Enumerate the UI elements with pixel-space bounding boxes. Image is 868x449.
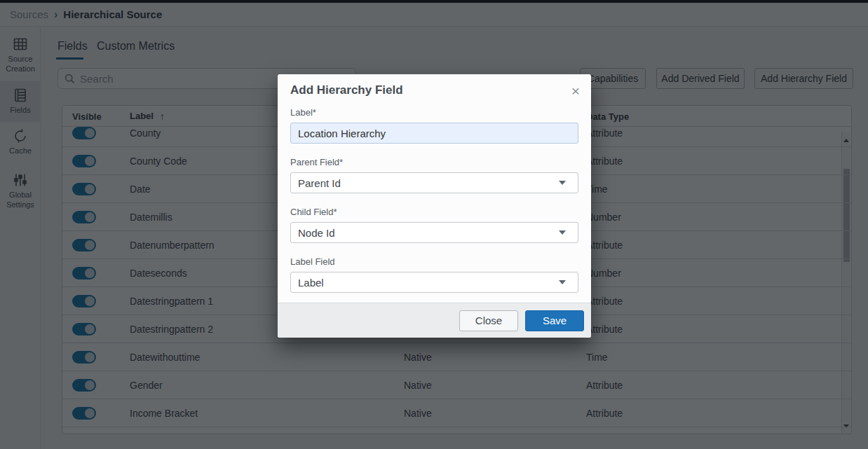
child-field-label: Child Field* (290, 207, 578, 217)
chevron-down-icon (559, 230, 566, 235)
modal-title: Add Hierarchy Field (290, 83, 403, 97)
close-icon[interactable]: × (571, 83, 580, 98)
label-field-group: Label* (290, 107, 578, 144)
child-field-select[interactable]: Node Id (290, 222, 578, 243)
save-button[interactable]: Save (525, 310, 584, 331)
close-button[interactable]: Close (459, 310, 518, 331)
selected-value: Label (298, 277, 324, 289)
selected-value: Parent Id (298, 177, 341, 189)
label-field-select[interactable]: Label (290, 272, 578, 293)
modal-body: Label* Parent Field* Parent Id Child Fie… (278, 98, 591, 303)
label-input[interactable] (290, 123, 578, 144)
add-hierarchy-field-modal: Add Hierarchy Field × Label* Parent Fiel… (278, 74, 591, 338)
label-field-label: Label* (290, 107, 578, 118)
chevron-down-icon (559, 280, 566, 284)
label-field-select-group: Label Field Label (290, 256, 578, 293)
modal-footer: Close Save (278, 303, 591, 338)
selected-value: Node Id (298, 227, 335, 239)
modal-header: Add Hierarchy Field × (278, 74, 591, 98)
label-field-select-label: Label Field (290, 256, 578, 267)
parent-field-label: Parent Field* (290, 157, 578, 167)
chevron-down-icon (559, 181, 566, 185)
parent-field-select[interactable]: Parent Id (290, 172, 578, 193)
child-field-group: Child Field* Node Id (290, 207, 578, 243)
parent-field-group: Parent Field* Parent Id (290, 157, 578, 193)
